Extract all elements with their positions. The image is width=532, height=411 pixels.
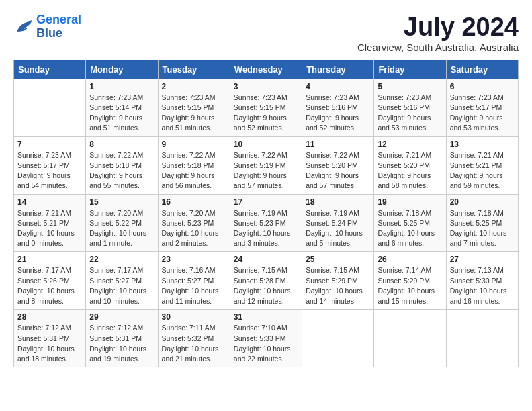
day-number: 1 xyxy=(89,82,154,91)
day-info: Sunrise: 7:21 AM Sunset: 5:21 PM Dayligh… xyxy=(450,150,515,191)
calendar-header-row: SundayMondayTuesdayWednesdayThursdayFrid… xyxy=(14,60,519,79)
day-number: 15 xyxy=(89,197,154,207)
day-info: Sunrise: 7:15 AM Sunset: 5:28 PM Dayligh… xyxy=(234,265,298,306)
calendar-subtitle: Clearview, South Australia, Australia xyxy=(357,42,519,53)
day-number: 18 xyxy=(306,197,370,207)
day-info: Sunrise: 7:14 AM Sunset: 5:29 PM Dayligh… xyxy=(378,265,442,306)
calendar-cell: 20Sunrise: 7:18 AM Sunset: 5:25 PM Dayli… xyxy=(446,194,518,252)
day-info: Sunrise: 7:18 AM Sunset: 5:25 PM Dayligh… xyxy=(450,208,515,249)
calendar-cell: 11Sunrise: 7:22 AM Sunset: 5:20 PM Dayli… xyxy=(302,136,374,194)
calendar-cell xyxy=(446,310,518,367)
calendar-cell: 21Sunrise: 7:17 AM Sunset: 5:26 PM Dayli… xyxy=(14,252,86,310)
calendar-cell: 4Sunrise: 7:23 AM Sunset: 5:16 PM Daylig… xyxy=(302,79,374,136)
calendar-cell: 28Sunrise: 7:12 AM Sunset: 5:31 PM Dayli… xyxy=(14,310,86,367)
calendar-cell: 30Sunrise: 7:11 AM Sunset: 5:32 PM Dayli… xyxy=(158,310,230,367)
calendar-cell: 18Sunrise: 7:19 AM Sunset: 5:24 PM Dayli… xyxy=(302,194,374,252)
day-number: 22 xyxy=(89,255,154,264)
day-info: Sunrise: 7:20 AM Sunset: 5:23 PM Dayligh… xyxy=(162,208,226,249)
day-info: Sunrise: 7:10 AM Sunset: 5:33 PM Dayligh… xyxy=(234,323,298,364)
calendar-cell: 7Sunrise: 7:23 AM Sunset: 5:17 PM Daylig… xyxy=(14,136,86,194)
calendar-cell: 6Sunrise: 7:23 AM Sunset: 5:17 PM Daylig… xyxy=(446,79,518,136)
calendar-cell: 10Sunrise: 7:22 AM Sunset: 5:19 PM Dayli… xyxy=(230,136,302,194)
calendar-cell: 31Sunrise: 7:10 AM Sunset: 5:33 PM Dayli… xyxy=(230,310,302,367)
day-info: Sunrise: 7:22 AM Sunset: 5:18 PM Dayligh… xyxy=(89,150,154,191)
day-info: Sunrise: 7:16 AM Sunset: 5:27 PM Dayligh… xyxy=(162,265,226,306)
day-info: Sunrise: 7:15 AM Sunset: 5:29 PM Dayligh… xyxy=(306,265,370,306)
day-info: Sunrise: 7:22 AM Sunset: 5:19 PM Dayligh… xyxy=(234,150,298,191)
calendar-cell: 16Sunrise: 7:20 AM Sunset: 5:23 PM Dayli… xyxy=(158,194,230,252)
day-number: 21 xyxy=(17,255,82,264)
header-day-wednesday: Wednesday xyxy=(230,60,302,79)
day-info: Sunrise: 7:13 AM Sunset: 5:30 PM Dayligh… xyxy=(450,265,515,306)
calendar-cell: 12Sunrise: 7:21 AM Sunset: 5:20 PM Dayli… xyxy=(374,136,446,194)
day-number: 2 xyxy=(162,82,226,91)
page-header: General Blue July 2024 Clearview, South … xyxy=(13,13,519,53)
calendar-cell xyxy=(374,310,446,367)
day-number: 23 xyxy=(162,255,226,264)
calendar-cell: 19Sunrise: 7:18 AM Sunset: 5:25 PM Dayli… xyxy=(374,194,446,252)
header-day-friday: Friday xyxy=(374,60,446,79)
calendar-week-5: 28Sunrise: 7:12 AM Sunset: 5:31 PM Dayli… xyxy=(14,310,519,367)
day-number: 28 xyxy=(17,312,82,322)
calendar-cell: 15Sunrise: 7:20 AM Sunset: 5:22 PM Dayli… xyxy=(86,194,158,252)
day-number: 14 xyxy=(17,197,82,207)
day-info: Sunrise: 7:21 AM Sunset: 5:21 PM Dayligh… xyxy=(17,208,82,249)
header-day-tuesday: Tuesday xyxy=(158,60,230,79)
header-day-thursday: Thursday xyxy=(302,60,374,79)
calendar-cell: 26Sunrise: 7:14 AM Sunset: 5:29 PM Dayli… xyxy=(374,252,446,310)
day-info: Sunrise: 7:17 AM Sunset: 5:26 PM Dayligh… xyxy=(17,265,82,306)
calendar-title: July 2024 xyxy=(357,13,519,42)
calendar-table: SundayMondayTuesdayWednesdayThursdayFrid… xyxy=(13,60,519,367)
day-number: 30 xyxy=(162,312,226,322)
calendar-cell: 23Sunrise: 7:16 AM Sunset: 5:27 PM Dayli… xyxy=(158,252,230,310)
logo-icon xyxy=(13,17,34,37)
header-day-saturday: Saturday xyxy=(446,60,518,79)
day-number: 6 xyxy=(450,82,515,91)
header-day-monday: Monday xyxy=(86,60,158,79)
day-number: 10 xyxy=(234,140,298,149)
calendar-cell: 5Sunrise: 7:23 AM Sunset: 5:16 PM Daylig… xyxy=(374,79,446,136)
day-number: 3 xyxy=(234,82,298,91)
calendar-cell: 24Sunrise: 7:15 AM Sunset: 5:28 PM Dayli… xyxy=(230,252,302,310)
day-number: 16 xyxy=(162,197,226,207)
calendar-cell: 9Sunrise: 7:22 AM Sunset: 5:18 PM Daylig… xyxy=(158,136,230,194)
calendar-cell xyxy=(302,310,374,367)
calendar-week-3: 14Sunrise: 7:21 AM Sunset: 5:21 PM Dayli… xyxy=(14,194,519,252)
calendar-cell: 3Sunrise: 7:23 AM Sunset: 5:15 PM Daylig… xyxy=(230,79,302,136)
day-info: Sunrise: 7:22 AM Sunset: 5:18 PM Dayligh… xyxy=(162,150,226,191)
day-number: 8 xyxy=(89,140,154,149)
calendar-cell: 2Sunrise: 7:23 AM Sunset: 5:15 PM Daylig… xyxy=(158,79,230,136)
day-info: Sunrise: 7:12 AM Sunset: 5:31 PM Dayligh… xyxy=(17,323,82,364)
calendar-cell xyxy=(14,79,86,136)
calendar-cell: 25Sunrise: 7:15 AM Sunset: 5:29 PM Dayli… xyxy=(302,252,374,310)
calendar-cell: 17Sunrise: 7:19 AM Sunset: 5:23 PM Dayli… xyxy=(230,194,302,252)
title-area: July 2024 Clearview, South Australia, Au… xyxy=(357,13,519,53)
day-number: 20 xyxy=(450,197,515,207)
day-info: Sunrise: 7:22 AM Sunset: 5:20 PM Dayligh… xyxy=(306,150,370,191)
header-day-sunday: Sunday xyxy=(14,60,86,79)
logo: General Blue xyxy=(13,13,81,40)
day-number: 13 xyxy=(450,140,515,149)
day-info: Sunrise: 7:23 AM Sunset: 5:16 PM Dayligh… xyxy=(306,93,370,134)
calendar-cell: 14Sunrise: 7:21 AM Sunset: 5:21 PM Dayli… xyxy=(14,194,86,252)
day-number: 7 xyxy=(17,140,82,149)
logo-text: General Blue xyxy=(36,13,81,40)
day-info: Sunrise: 7:23 AM Sunset: 5:14 PM Dayligh… xyxy=(89,93,154,134)
day-info: Sunrise: 7:11 AM Sunset: 5:32 PM Dayligh… xyxy=(162,323,226,364)
day-number: 5 xyxy=(378,82,442,91)
day-number: 24 xyxy=(234,255,298,264)
day-number: 11 xyxy=(306,140,370,149)
day-number: 26 xyxy=(378,255,442,264)
day-info: Sunrise: 7:23 AM Sunset: 5:16 PM Dayligh… xyxy=(378,93,442,134)
calendar-week-2: 7Sunrise: 7:23 AM Sunset: 5:17 PM Daylig… xyxy=(14,136,519,194)
day-number: 25 xyxy=(306,255,370,264)
day-number: 19 xyxy=(378,197,442,207)
day-info: Sunrise: 7:19 AM Sunset: 5:24 PM Dayligh… xyxy=(306,208,370,249)
day-info: Sunrise: 7:20 AM Sunset: 5:22 PM Dayligh… xyxy=(89,208,154,249)
day-info: Sunrise: 7:17 AM Sunset: 5:27 PM Dayligh… xyxy=(89,265,154,306)
day-info: Sunrise: 7:23 AM Sunset: 5:15 PM Dayligh… xyxy=(234,93,298,134)
day-info: Sunrise: 7:23 AM Sunset: 5:15 PM Dayligh… xyxy=(162,93,226,134)
day-number: 12 xyxy=(378,140,442,149)
day-number: 27 xyxy=(450,255,515,264)
calendar-week-4: 21Sunrise: 7:17 AM Sunset: 5:26 PM Dayli… xyxy=(14,252,519,310)
